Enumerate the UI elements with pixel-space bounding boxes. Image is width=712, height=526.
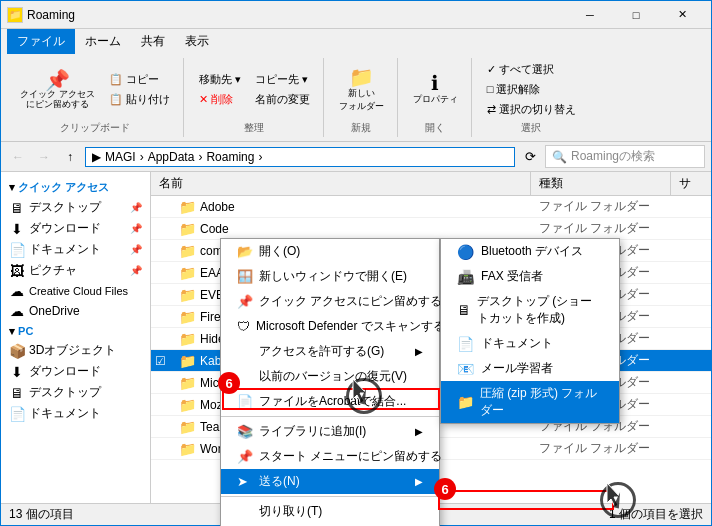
sub-mail[interactable]: 📧 メール学習者 [441, 356, 619, 381]
ctx-open-window-icon: 🪟 [237, 269, 253, 284]
sub-docs[interactable]: 📄 ドキュメント [441, 331, 619, 356]
folder-icon-adobe: 📁 [179, 199, 196, 215]
tab-file[interactable]: ファイル [7, 29, 75, 54]
sub-desktop[interactable]: 🖥 デスクトップ (ショートカットを作成) [441, 289, 619, 331]
ctx-send-arrow: ▶ [415, 476, 423, 487]
window-title: Roaming [27, 8, 75, 22]
sub-zip[interactable]: 📁 圧縮 (zip 形式) フォルダー [441, 381, 619, 423]
pin-indicator3: 📌 [130, 244, 142, 255]
ctx-cut[interactable]: 切り取り(T) [221, 499, 439, 524]
context-menu: 📂 開く(O) 🪟 新しいウィンドウで開く(E) 📌 クイック アクセスにピン留… [220, 238, 440, 526]
ctx-open-icon: 📂 [237, 244, 253, 259]
file-row-code[interactable]: 📁 Code ファイル フォルダー [151, 218, 711, 240]
copy-to-button[interactable]: コピー先 ▾ [250, 70, 315, 89]
selected-count: 1 個の項目を選択 [609, 506, 703, 523]
sub-docs-label: ドキュメント [481, 335, 553, 352]
copy-button[interactable]: 📋 コピー [104, 70, 175, 89]
address-bar: ← → ↑ ▶ MAGI › AppData › Roaming › ⟳ 🔍 R… [1, 142, 711, 172]
sidebar-item-download1[interactable]: ⬇ ダウンロード 📌 [1, 218, 150, 239]
deselect-button[interactable]: □ 選択解除 [482, 80, 581, 99]
select-label: 選択 [521, 121, 541, 135]
file-row-adobe[interactable]: 📁 Adobe ファイル フォルダー [151, 196, 711, 218]
sidebar-item-3d[interactable]: 📦 3Dオブジェクト [1, 340, 150, 361]
ctx-open[interactable]: 📂 開く(O) [221, 239, 439, 264]
sidebar-label-download1: ダウンロード [29, 220, 101, 237]
file-sa-code [671, 227, 711, 231]
tab-share[interactable]: 共有 [131, 29, 175, 54]
search-box[interactable]: 🔍 Roamingの検索 [545, 145, 705, 168]
ctx-defender[interactable]: 🛡 Microsoft Defender でスキャンする... [221, 314, 439, 339]
sidebar-item-docs2[interactable]: 📄 ドキュメント [1, 403, 150, 424]
tab-view[interactable]: 表示 [175, 29, 219, 54]
ctx-acrobat[interactable]: 📄 ファイルをAcrobatで結合... [221, 389, 439, 414]
pin-indicator2: 📌 [130, 223, 142, 234]
item-count: 13 個の項目 [9, 506, 74, 523]
folder-icon-kabus: 📁 [179, 353, 196, 369]
file-sa-comad [671, 249, 711, 253]
cb-hidema [151, 337, 171, 341]
sidebar-item-download2[interactable]: ⬇ ダウンロード [1, 361, 150, 382]
window-icon: 📁 [7, 7, 23, 23]
sub-docs-icon: 📄 [457, 336, 475, 352]
select-buttons: ✓ すべて選択 □ 選択解除 ⇄ 選択の切り替え [482, 60, 581, 119]
toggle-select-button[interactable]: ⇄ 選択の切り替え [482, 100, 581, 119]
ctx-access[interactable]: アクセスを許可する(G) ▶ [221, 339, 439, 364]
refresh-button[interactable]: ⟳ [519, 146, 541, 168]
folder-icon-teams: 📁 [179, 419, 196, 435]
path-roaming[interactable]: Roaming [206, 150, 254, 164]
path-magi[interactable]: MAGI [105, 150, 136, 164]
submenu: 🔵 Bluetooth デバイス 📠 FAX 受信者 🖥 デスクトップ (ショー… [440, 238, 620, 424]
select-all-button[interactable]: ✓ すべて選択 [482, 60, 581, 79]
ctx-acrobat-icon: 📄 [237, 394, 253, 409]
ribbon-group-open: ℹ プロパティ 開く [400, 58, 472, 137]
path-sep3: › [258, 150, 262, 164]
cb-adobe [151, 205, 171, 209]
sidebar-item-onedrive[interactable]: ☁ OneDrive [1, 301, 150, 321]
path-sep1: › [140, 150, 144, 164]
back-button[interactable]: ← [7, 146, 29, 168]
folder-icon-code: 📁 [179, 221, 196, 237]
sidebar-item-pictures[interactable]: 🖼 ピクチャ 📌 [1, 260, 150, 281]
ctx-open-window[interactable]: 🪟 新しいウィンドウで開く(E) [221, 264, 439, 289]
sidebar-item-desktop1[interactable]: 🖥 デスクトップ 📌 [1, 197, 150, 218]
file-sa-eaaclie [671, 271, 711, 275]
sub-fax[interactable]: 📠 FAX 受信者 [441, 264, 619, 289]
forward-button[interactable]: → [33, 146, 55, 168]
close-button[interactable]: ✕ [659, 1, 705, 29]
ribbon-clipboard-buttons: 📌 クイック アクセスにピン留めする 📋 コピー 📋 貼り付け [15, 60, 175, 119]
file-name-code: 📁 Code [171, 219, 531, 239]
file-type-wonde: ファイル フォルダー [531, 438, 671, 459]
ctx-send-label: 送る(N) [259, 473, 300, 490]
ctx-library[interactable]: 📚 ライブラリに追加(I) ▶ [221, 419, 439, 444]
ctx-pin-start[interactable]: 📌 スタート メニューにピン留めする [221, 444, 439, 469]
sidebar-label-onedrive: OneDrive [29, 304, 80, 318]
ribbon-pin-button[interactable]: 📌 クイック アクセスにピン留めする [15, 67, 100, 113]
paste-button[interactable]: 📋 貼り付け [104, 90, 175, 109]
sidebar-item-docs1[interactable]: 📄 ドキュメント 📌 [1, 239, 150, 260]
sub-bluetooth-label: Bluetooth デバイス [481, 243, 583, 260]
badge-send: 6 [218, 372, 240, 394]
maximize-button[interactable]: □ [613, 1, 659, 29]
properties-button[interactable]: ℹ プロパティ [408, 70, 463, 109]
ribbon-organize-buttons: 移動先 ▾ ✕ 削除 コピー先 ▾ 名前の変更 [194, 60, 315, 119]
file-type-adobe: ファイル フォルダー [531, 196, 671, 217]
delete-button[interactable]: ✕ 削除 [194, 90, 246, 109]
sidebar-item-creative[interactable]: ☁ Creative Cloud Files [1, 281, 150, 301]
ctx-send[interactable]: ➤ 送る(N) ▶ [221, 469, 439, 494]
file-label-code: Code [200, 222, 229, 236]
up-button[interactable]: ↑ [59, 146, 81, 168]
rename-button[interactable]: 名前の変更 [250, 90, 315, 109]
address-path[interactable]: ▶ MAGI › AppData › Roaming › [85, 147, 515, 167]
move-button[interactable]: 移動先 ▾ [194, 70, 246, 89]
ctx-pin-quick[interactable]: 📌 クイック アクセスにピン留めする [221, 289, 439, 314]
folder-icon-hidema: 📁 [179, 331, 196, 347]
sub-bluetooth[interactable]: 🔵 Bluetooth デバイス [441, 239, 619, 264]
ctx-pin-start-label: スタート メニューにピン留めする [259, 448, 442, 465]
new-folder-button[interactable]: 📁 新しいフォルダー [334, 64, 389, 116]
tab-home[interactable]: ホーム [75, 29, 131, 54]
ctx-restore[interactable]: 以前のバージョンの復元(V) [221, 364, 439, 389]
file-label-adobe: Adobe [200, 200, 235, 214]
sidebar-item-desktop2[interactable]: 🖥 デスクトップ [1, 382, 150, 403]
minimize-button[interactable]: ─ [567, 1, 613, 29]
path-appdata[interactable]: AppData [148, 150, 195, 164]
